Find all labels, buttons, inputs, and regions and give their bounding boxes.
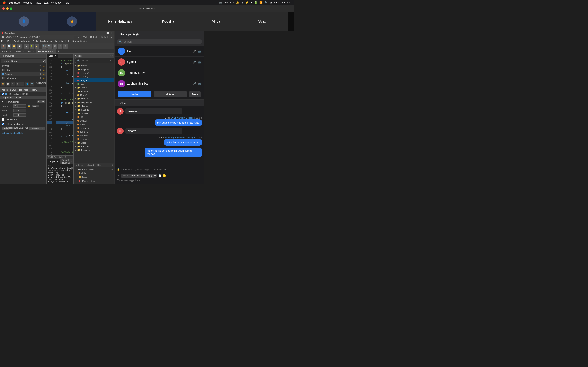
gm-edit-menu[interactable]: Edit — [7, 40, 11, 42]
apple-menu[interactable]: 🍎 — [2, 1, 6, 4]
test-btn[interactable]: Test — [74, 36, 81, 39]
tab-room1[interactable]: Room1 ✕ — [0, 49, 14, 53]
syathir-video-icon[interactable]: 📹 — [198, 60, 201, 64]
layer-entity-lock[interactable]: 🔒 — [42, 69, 45, 71]
toolbar-zoom-out-btn[interactable]: 🔍- — [47, 44, 52, 49]
layer-shape-btn[interactable]: ⬤ — [6, 82, 10, 86]
layer-bucket-btn[interactable]: 🪣 — [25, 82, 29, 86]
layer-assets3-lock[interactable]: 🔒 — [42, 73, 45, 75]
layer-wall[interactable]: Wall 👁 🔒 — [1, 64, 45, 68]
recent-room1[interactable]: Room1 — [75, 175, 113, 179]
invite-btn[interactable]: Invite — [118, 91, 151, 98]
output-tab-output[interactable]: Output ✕ — [47, 159, 60, 164]
participants-next-btn[interactable]: › — [288, 12, 294, 31]
asset-group-objects[interactable]: ▼ 📁 Objects — [74, 67, 114, 71]
chat-copy-icon[interactable]: 📋 — [158, 174, 162, 177]
layer-assets3-eye[interactable]: 👁 — [39, 73, 42, 75]
asset-sjumping[interactable]: sJumping — [74, 126, 114, 130]
layer-background[interactable]: Background 👁 🔒 — [1, 76, 45, 80]
syathir-mute-icon[interactable]: 🎤 — [193, 60, 196, 64]
chat-text-input[interactable] — [117, 179, 202, 182]
asset-sslime1[interactable]: sSlime1 — [74, 130, 114, 133]
height-input[interactable] — [13, 113, 26, 117]
layer-wall-lock[interactable]: 🔒 — [42, 65, 45, 67]
depth-inherit-btn[interactable]: Inherit — [32, 105, 39, 108]
clear-display-checkbox[interactable] — [2, 123, 4, 125]
asset-group-notes[interactable]: ▶ 📁 Notes — [74, 64, 114, 67]
asset-owall[interactable]: oWall — [74, 82, 114, 86]
tab-walls-close[interactable]: ✕ — [22, 50, 24, 52]
gm-tools-menu[interactable]: Tools — [33, 40, 38, 42]
chat-more-icon[interactable]: ··· — [167, 174, 169, 177]
layer-background-lock[interactable]: 🔒 — [42, 77, 45, 79]
asset-group-timelines[interactable]: ▶ 📁 Timelines — [74, 148, 114, 152]
tab-bg-close[interactable]: ✕ — [32, 50, 34, 52]
layer-path-btn[interactable]: ✏ — [11, 82, 15, 86]
toolbar-new-btn[interactable]: 📄 — [7, 44, 11, 49]
recent-sidle[interactable]: sIdle — [75, 171, 113, 175]
asset-bg[interactable]: BG — [74, 115, 114, 119]
toolbar-save-btn[interactable]: 💾 — [17, 44, 22, 49]
close-gm-btn[interactable]: ✕ — [111, 32, 113, 34]
layer-entity-eye[interactable]: 👁 — [39, 69, 42, 71]
toolbar-grid-btn[interactable]: ⊞ — [63, 44, 68, 49]
inherit-room-btn[interactable]: Inherit — [37, 100, 45, 103]
code-content[interactable]: //Horizontal collision if (place_meeting… — [54, 59, 73, 155]
zephaniah-mute-icon[interactable]: 🎤 — [193, 82, 196, 85]
mute-all-btn[interactable]: Mute All — [154, 91, 187, 98]
asset-group-shaders[interactable]: ▶ 📁 Shaders — [74, 104, 114, 108]
sort-btn[interactable]: ↕ — [112, 59, 113, 62]
layer-wall-eye[interactable]: 👁 — [39, 65, 42, 67]
assets-search-input[interactable] — [81, 59, 109, 62]
toolbar-zoom-in-btn[interactable]: 🔍+ — [42, 44, 47, 49]
asset-group-walls[interactable]: ▶ 📁 Walls — [74, 141, 114, 145]
search-tab-close[interactable]: ✕ — [71, 160, 72, 163]
asset-sattack[interactable]: sAttack — [74, 119, 114, 123]
restore-gm-btn[interactable]: ⬜ — [106, 32, 109, 34]
settings-gear-btn[interactable]: ⚙ — [111, 36, 113, 39]
participants-search-input[interactable] — [123, 40, 200, 43]
tab-walls[interactable]: Walls ✕ — [14, 49, 26, 53]
persistent-checkbox[interactable] — [2, 118, 4, 121]
vm-btn[interactable]: VM — [82, 36, 88, 39]
close-button[interactable] — [2, 7, 5, 10]
gm-source-control-menu[interactable]: Source Control — [72, 40, 87, 42]
toolbar-debug-btn[interactable]: 🐛 — [30, 44, 34, 49]
instance-order-link[interactable]: Instance Creation Order — [2, 132, 24, 134]
tab-add-btn[interactable]: + — [56, 49, 61, 53]
asset-oplayer[interactable]: oPlayer — [74, 78, 114, 82]
output-tab-search[interactable]: Search Results ✕ — [60, 159, 73, 164]
layer-background-eye[interactable]: 👁 — [39, 77, 42, 79]
minimize-gm-btn[interactable]: — — [103, 32, 105, 34]
window-menu[interactable]: Window — [51, 1, 61, 4]
gm-file-menu[interactable]: File — [1, 40, 5, 42]
bg-checkbox[interactable] — [2, 93, 4, 95]
meeting-menu[interactable]: Meeting — [23, 1, 33, 4]
room-editor-close-btn[interactable]: ✕ — [15, 54, 17, 57]
layer-paint-btn[interactable]: 🎨 — [1, 82, 5, 86]
asset-oenemy2[interactable]: oEnemy2 — [74, 75, 114, 78]
asset-group-scripts[interactable]: ▶ 📁 Scripts — [74, 97, 114, 100]
toolbar-zoom-reset-btn[interactable]: ⊞ — [53, 44, 57, 49]
layer-zoom-btn[interactable]: 🔍 — [30, 82, 34, 86]
layer-assets3[interactable]: Assets_3 👁 🔒 — [1, 72, 45, 76]
edit-menu[interactable]: Edit — [44, 1, 48, 4]
add-event-btn[interactable]: Add Event — [36, 82, 45, 86]
room-editor-add-btn[interactable]: + — [17, 55, 19, 57]
assets-zoom-btn[interactable]: + — [112, 164, 113, 166]
gm-windows-menu[interactable]: Windows — [21, 40, 30, 42]
assets-close-btn[interactable]: ✕ — [109, 54, 111, 57]
width-input[interactable] — [13, 109, 26, 112]
hafiz-video-icon[interactable]: 📹 — [198, 50, 201, 53]
layer-select-btn[interactable]: ⊹ — [16, 82, 20, 86]
step-tab-close[interactable]: ✕ — [54, 55, 56, 57]
asset-group-sounds[interactable]: ▼ 📁 Sounds — [74, 108, 114, 111]
participants-chevron[interactable]: ‹ — [118, 33, 119, 36]
view-menu[interactable]: View — [35, 1, 41, 4]
toolbar-open-btn[interactable]: 📂 — [12, 44, 16, 49]
depth-input[interactable] — [13, 104, 26, 108]
zephaniah-video-icon[interactable]: 📹 — [198, 82, 201, 85]
tab-workspace1-close[interactable]: ✕ — [52, 50, 54, 52]
toolbar-clean-btn[interactable]: 🧹 — [35, 44, 39, 49]
hafiz-mute-icon[interactable]: 🎤 — [193, 50, 196, 53]
